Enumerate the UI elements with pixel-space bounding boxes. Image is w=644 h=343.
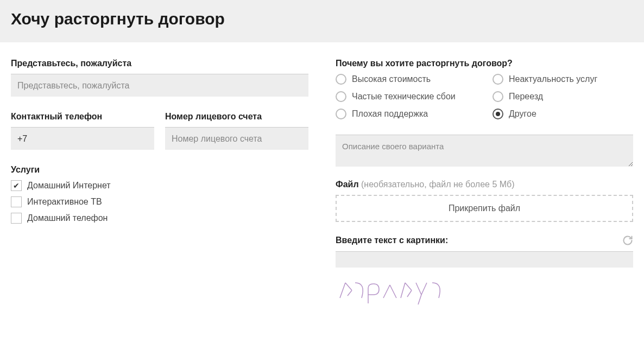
radio-icon[interactable] — [493, 74, 503, 85]
service-item[interactable]: Домашний Интернет — [11, 180, 308, 191]
services-group: Услуги Домашний Интернет Интерактивное Т… — [11, 165, 308, 224]
reason-option[interactable]: Плохая поддержка — [336, 109, 476, 119]
radio-icon[interactable] — [336, 109, 346, 119]
service-label: Интерактивное ТВ — [27, 197, 102, 207]
attach-file-label: Прикрепить файл — [449, 204, 520, 213]
reason-text: Другое — [509, 109, 536, 119]
file-hint: (необязательно, файл не более 5 Мб) — [359, 180, 515, 189]
reason-text: Неактуальность услуг — [509, 74, 597, 84]
service-item[interactable]: Домашний телефон — [11, 213, 308, 224]
service-item[interactable]: Интерактивное ТВ — [11, 196, 308, 207]
reason-label: Почему вы хотите расторгнуть договор? — [336, 59, 633, 68]
attach-file-button[interactable]: Прикрепить файл — [336, 195, 633, 222]
reason-option[interactable]: Частые технические сбои — [336, 91, 476, 102]
account-input[interactable] — [165, 127, 308, 150]
refresh-icon[interactable] — [622, 235, 633, 246]
account-label: Номер лицевого счета — [165, 112, 308, 122]
form: Представьтесь, пожалуйста Контактный тел… — [0, 42, 644, 319]
checkbox-icon[interactable] — [11, 196, 22, 207]
page-title: Хочу расторгнуть договор — [11, 10, 633, 28]
captcha-block: Введите текст с картинки: — [336, 235, 633, 308]
name-label: Представьтесь, пожалуйста — [11, 59, 308, 68]
page-header: Хочу расторгнуть договор — [0, 0, 644, 42]
service-label: Домашний телефон — [27, 213, 108, 223]
right-column: Почему вы хотите расторгнуть договор? Вы… — [336, 59, 633, 308]
radio-icon[interactable] — [493, 109, 503, 119]
left-column: Представьтесь, пожалуйста Контактный тел… — [11, 59, 308, 308]
reason-text: Частые технические сбои — [352, 92, 456, 101]
file-label-line: Файл (необязательно, файл не более 5 Мб) — [336, 180, 633, 189]
name-input[interactable] — [11, 74, 308, 97]
phone-label: Контактный телефон — [11, 112, 154, 122]
file-block: Файл (необязательно, файл не более 5 Мб)… — [336, 180, 633, 222]
radio-icon[interactable] — [336, 74, 346, 85]
description-textarea[interactable] — [336, 135, 633, 167]
checkbox-icon[interactable] — [11, 213, 22, 224]
captcha-label: Введите текст с картинки: — [336, 236, 448, 245]
phone-input[interactable] — [11, 127, 154, 150]
reason-text: Плохая поддержка — [352, 109, 428, 119]
reasons-grid: Высокая стоимость Неактуальность услуг Ч… — [336, 74, 633, 119]
captcha-input[interactable] — [336, 251, 633, 268]
captcha-image — [336, 275, 455, 306]
radio-icon[interactable] — [493, 91, 503, 102]
services-label: Услуги — [11, 165, 308, 175]
radio-icon[interactable] — [336, 91, 346, 102]
reason-text: Высокая стоимость — [352, 74, 431, 84]
reason-text: Переезд — [509, 92, 543, 101]
reason-option[interactable]: Переезд — [493, 91, 633, 102]
reason-option[interactable]: Неактуальность услуг — [493, 74, 633, 85]
reason-option[interactable]: Другое — [493, 109, 633, 119]
reason-option[interactable]: Высокая стоимость — [336, 74, 476, 85]
service-label: Домашний Интернет — [27, 181, 111, 190]
checkbox-icon[interactable] — [11, 180, 22, 191]
file-label: Файл — [336, 180, 359, 189]
